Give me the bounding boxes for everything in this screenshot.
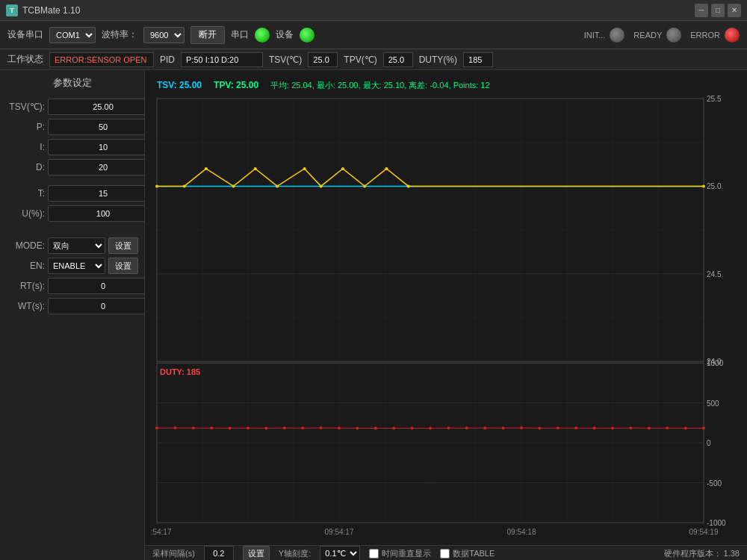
tpv-label: TPV(℃) [344,55,376,65]
pid-value: P:50 I:10 D:20 [181,52,263,67]
param-row-mode: MODE: 双向 单向 设置 [6,237,138,254]
param-label-wt: WT(s): [6,301,45,311]
param-row-tsv: TSV(℃): 设置 [6,99,138,115]
sample-btn[interactable]: 设置 [243,546,270,560]
close-button[interactable]: ✕ [728,4,741,17]
status-bar: 工作状态 ERROR:SENSOR OPEN PID P:50 I:10 D:2… [0,49,747,70]
init-ready-error: INIT... READY ERROR [584,28,740,43]
param-label-en: EN: [6,261,45,271]
app-icon: T [6,4,18,16]
param-select-en[interactable]: ENABLE DISABLE [48,258,105,274]
param-row-d: D: 设置 [6,159,138,175]
firmware-info: 硬件程序版本： 1.38 [664,548,740,559]
param-label-i: I: [6,142,45,152]
time-check-text: 时间垂直显示 [382,548,431,559]
disconnect-button[interactable]: 断开 [190,26,225,44]
port-label: 串口 [231,28,249,41]
chart-bottom-bar: 采样间隔(s) 设置 Y轴刻度: 0.1℃ 0.5℃ 1℃ 时间垂直显示 数据T… [145,545,747,560]
param-row-i: I: 设置 [6,139,138,155]
sample-label: 采样间隔(s) [152,548,195,559]
maximize-button[interactable]: □ [711,4,725,17]
ready-label: READY [633,31,662,40]
param-input-wt[interactable] [48,298,145,314]
param-input-t[interactable] [48,185,145,202]
param-input-p[interactable] [48,119,145,135]
param-label-d: D: [6,162,45,172]
device-label: 设备 [276,28,294,41]
param-input-i[interactable] [48,139,145,155]
pid-label: PID [160,55,175,65]
work-status-value: ERROR:SENSOR OPEN [49,52,154,67]
y-axis-label: Y轴刻度: [279,548,311,559]
device-status-indicator [300,28,314,43]
window-controls: ─ □ ✕ [695,4,741,17]
param-row-p: P: 设置 [6,119,138,135]
app-title: TCBMate 1.10 [22,5,80,16]
error-label: ERROR [690,31,720,40]
param-btn-en[interactable]: 设置 [108,258,138,274]
param-label-tsv: TSV(℃): [6,102,45,112]
tsv-label: TSV(℃) [269,55,302,65]
panel-title: 参数设定 [6,76,138,93]
minimize-button[interactable]: ─ [695,4,708,17]
param-row-rt: RT(s): 设置 [6,278,138,294]
param-label-u: U(%): [6,208,45,219]
work-status-label: 工作状态 [7,53,43,66]
com-port-label: 设备串口 [7,28,43,41]
param-btn-mode[interactable]: 设置 [108,237,138,254]
param-row-u: U(%): 设置 [6,205,138,222]
sample-input[interactable] [204,546,234,560]
ready-indicator [666,28,681,43]
main-chart [151,76,741,545]
port-status-indicator [255,28,270,43]
toolbar: 设备串口 COM1 波特率： 9600 断开 串口 设备 INIT... REA… [0,21,747,49]
com-port-select[interactable]: COM1 [49,27,96,43]
baud-rate-select[interactable]: 9600 [143,27,185,43]
tsv-value: 25.0 [308,52,338,67]
param-select-mode[interactable]: 双向 单向 [48,237,105,254]
param-row-en: EN: ENABLE DISABLE 设置 [6,258,138,274]
right-panel: TSV: 25.00 TPV: 25.00 平均: 25.04, 最小: 25.… [145,70,747,560]
firmware-label: 硬件程序版本： [664,549,722,558]
param-input-rt[interactable] [48,278,145,294]
init-label: INIT... [584,31,606,40]
param-input-u[interactable] [48,205,145,222]
left-panel: 参数设定 TSV(℃): 设置 P: 设置 I: 设置 D: 设置 T: [0,70,145,560]
param-label-mode: MODE: [6,240,45,251]
table-checkbox[interactable] [440,549,450,559]
chart-container: TSV: 25.00 TPV: 25.00 平均: 25.04, 最小: 25.… [145,70,747,545]
y-axis-select[interactable]: 0.1℃ 0.5℃ 1℃ [320,546,360,560]
param-input-d[interactable] [48,159,145,175]
tpv-value: 25.0 [383,52,413,67]
param-label-t: T: [6,188,45,199]
param-label-p: P: [6,122,45,132]
duty-value: 185 [463,52,493,67]
param-label-rt: RT(s): [6,281,45,291]
param-row-wt: WT(s): 设置 [6,298,138,314]
firmware-value: 1.38 [724,549,740,558]
table-check-text: 数据TABLE [453,548,495,559]
param-row-t: T: 设置 [6,185,138,202]
main-content: 参数设定 TSV(℃): 设置 P: 设置 I: 设置 D: 设置 T: [0,70,747,560]
init-indicator [610,28,624,43]
param-input-tsv[interactable] [48,99,145,115]
time-checkbox[interactable] [369,549,379,559]
table-check-label[interactable]: 数据TABLE [440,548,495,559]
title-bar: T TCBMate 1.10 ─ □ ✕ [0,0,747,21]
baud-rate-label: 波特率： [102,28,137,41]
time-check-label[interactable]: 时间垂直显示 [369,548,431,559]
error-indicator [725,28,740,43]
duty-label: DUTY(%) [419,55,457,65]
